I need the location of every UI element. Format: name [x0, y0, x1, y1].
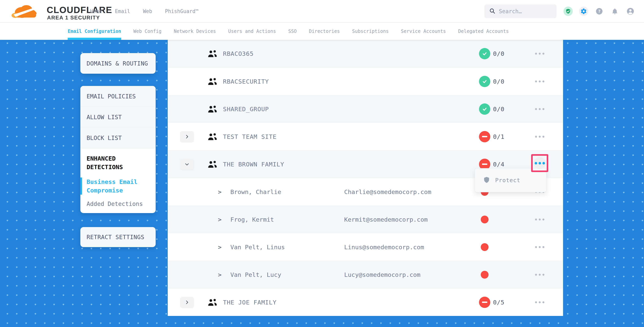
search-box[interactable]	[484, 4, 556, 18]
group-row: SHARED_GROUP0/0	[168, 95, 563, 123]
group-name: RBACO365	[223, 50, 254, 57]
search-input[interactable]	[499, 8, 552, 14]
user-name: Van Pelt, Lucy	[230, 271, 281, 278]
status-minus-badge	[479, 297, 490, 308]
help-icon[interactable]: ?	[594, 6, 604, 16]
nav-link-phishguard[interactable]: PhishGuard™	[165, 8, 198, 14]
group-people-icon	[206, 159, 218, 169]
status-red-dot	[481, 243, 488, 251]
config-tab-bar: Email ConfigurationWeb ConfigNetwork Dev…	[0, 22, 644, 40]
sidebar-item-added-detections[interactable]: Added Detections	[86, 200, 150, 207]
context-menu-item-label: Protect	[495, 177, 520, 184]
ellipsis-menu-button[interactable]	[531, 131, 549, 142]
group-people-icon	[206, 49, 218, 58]
ellipsis-menu-button[interactable]	[531, 76, 549, 87]
status-check-badge	[479, 103, 490, 115]
highlight-box	[531, 154, 548, 172]
header-icons: ?	[564, 6, 635, 16]
status-red-dot	[481, 216, 488, 223]
group-people-icon	[206, 298, 218, 307]
group-people-icon	[206, 132, 218, 142]
top-header: CLOUDFLARE AREA 1 SECURITY HomeEmailWebP…	[0, 0, 644, 22]
protected-count: 0/0	[493, 106, 504, 113]
settings-gear-icon[interactable]	[579, 6, 588, 16]
group-name: SHARED_GROUP	[223, 106, 269, 113]
ellipsis-menu-button[interactable]	[531, 269, 549, 281]
user-email: Lucy@somedemocorp.com	[344, 271, 420, 278]
group-name: THE BROWN FAMILY	[223, 161, 284, 168]
shield-check-icon[interactable]	[564, 6, 573, 16]
sidebar-card-domains-routing[interactable]: DOMAINS & ROUTING	[80, 53, 156, 74]
group-name: TEST TEAM SITE	[223, 133, 276, 140]
tab-delegated-accounts[interactable]: Delegated Accounts	[458, 22, 509, 40]
ellipsis-menu-button[interactable]	[531, 48, 549, 59]
nav-link-web[interactable]: Web	[143, 8, 152, 14]
tab-network-devices[interactable]: Network Devices	[174, 22, 216, 40]
tab-directories[interactable]: Directories	[309, 22, 340, 40]
user-disclosure-arrow[interactable]: >	[218, 271, 222, 278]
ellipsis-menu-button[interactable]	[534, 157, 546, 169]
tab-bar-items: Email ConfigurationWeb ConfigNetwork Dev…	[68, 22, 509, 40]
group-name: RBACSECURITY	[223, 78, 269, 85]
protected-count: 0/0	[493, 78, 504, 85]
top-nav: HomeEmailWebPhishGuard™	[90, 0, 198, 22]
group-row: TEST TEAM SITE0/1	[168, 123, 563, 150]
status-check-badge	[479, 48, 490, 59]
user-disclosure-arrow[interactable]: >	[218, 188, 222, 195]
group-row: RBACO3650/0	[168, 40, 563, 67]
sidebar-card-retract-settings[interactable]: RETRACT SETTINGS	[80, 227, 156, 247]
protected-count: 0/4	[493, 161, 504, 168]
collapse-chevron-down-button[interactable]	[180, 159, 194, 170]
user-row: >Van Pelt, LucyLucy@somedemocorp.com	[168, 261, 563, 288]
user-disclosure-arrow[interactable]: >	[218, 244, 222, 251]
notifications-bell-icon[interactable]	[610, 6, 620, 16]
group-people-icon	[206, 77, 218, 86]
expand-chevron-right-button[interactable]	[180, 131, 194, 142]
user-name: Frog, Kermit	[230, 216, 274, 223]
user-row: >Van Pelt, LinusLinus@somedemocorp.com	[168, 233, 563, 261]
user-email: Linus@somedemocorp.com	[344, 244, 424, 251]
status-red-dot	[481, 271, 488, 279]
retract-settings-label: RETRACT SETTINGS	[86, 234, 144, 241]
group-name: THE JOE FAMILY	[223, 299, 276, 306]
tab-email-configuration[interactable]: Email Configuration	[68, 22, 121, 40]
nav-link-email[interactable]: Email	[115, 8, 130, 14]
sidebar-item-enhanced-detections[interactable]: ENHANCED DETECTIONS	[86, 154, 150, 171]
directory-table-panel: RBACO3650/0RBACSECURITY0/0SHARED_GROUP0/…	[168, 40, 563, 316]
sidebar-item-email-policies[interactable]: EMAIL POLICIES	[80, 86, 156, 107]
user-name: Van Pelt, Linus	[230, 244, 285, 251]
user-avatar-icon[interactable]	[626, 6, 635, 16]
protected-count: 0/1	[493, 133, 504, 140]
tab-service-accounts[interactable]: Service Accounts	[401, 22, 446, 40]
ellipsis-menu-button[interactable]	[531, 241, 549, 253]
group-row: THE JOE FAMILY0/5	[168, 288, 563, 316]
group-people-icon	[206, 104, 218, 114]
tab-subscriptions[interactable]: Subscriptions	[352, 22, 389, 40]
nav-link-home[interactable]: Home	[90, 8, 102, 14]
ellipsis-menu-button[interactable]	[531, 297, 549, 308]
user-name: Brown, Charlie	[230, 188, 281, 195]
user-email: Charlie@somedemocorp.com	[344, 188, 431, 195]
protected-count: 0/5	[493, 299, 504, 306]
status-check-badge	[479, 76, 490, 87]
sidebar-item-business-email-compromise[interactable]: Business Email Compromise	[80, 178, 150, 195]
status-minus-badge	[479, 131, 490, 142]
protected-count: 0/0	[493, 50, 504, 57]
shield-icon	[483, 176, 490, 185]
tab-sso[interactable]: SSO	[288, 22, 296, 40]
sidebar-item-block-list[interactable]: BLOCK LIST	[80, 128, 156, 148]
user-email: Kermit@somedemocorp.com	[344, 216, 428, 223]
domains-routing-label: DOMAINS & ROUTING	[86, 60, 148, 67]
sidebar-item-allow-list[interactable]: ALLOW LIST	[80, 107, 156, 128]
tab-web-config[interactable]: Web Config	[134, 22, 162, 40]
search-icon	[489, 8, 495, 15]
user-disclosure-arrow[interactable]: >	[218, 216, 222, 223]
sidebar-card-email-policies: EMAIL POLICIES ALLOW LIST BLOCK LIST ENH…	[80, 86, 156, 213]
ellipsis-menu-button[interactable]	[531, 103, 549, 115]
ellipsis-menu-button[interactable]	[531, 214, 549, 225]
group-row: RBACSECURITY0/0	[168, 67, 563, 95]
tab-users-and-actions[interactable]: Users and Actions	[228, 22, 276, 40]
expand-chevron-right-button[interactable]	[180, 297, 194, 308]
enhanced-detections-section: ENHANCED DETECTIONS Business Email Compr…	[80, 148, 156, 207]
svg-text:?: ?	[598, 9, 600, 14]
